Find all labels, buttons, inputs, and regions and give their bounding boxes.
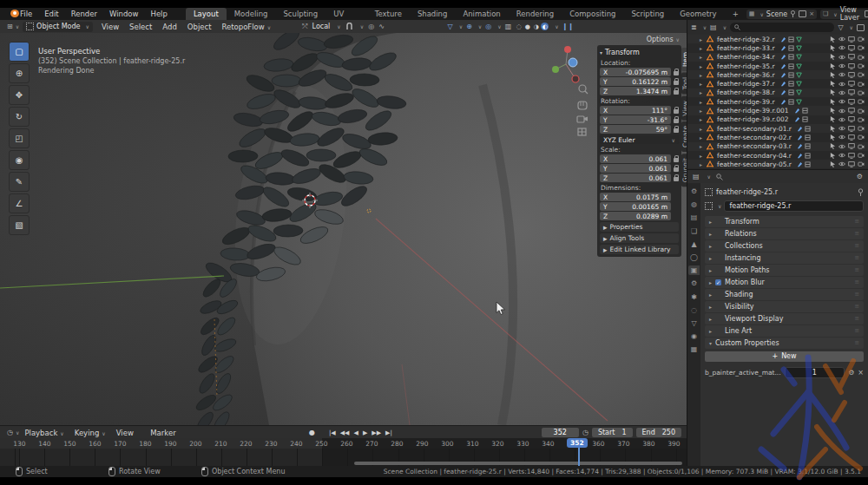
outliner-row[interactable]: ▸ feather-secondary-05.r <box>687 160 868 168</box>
toolbar-tool[interactable]: ⊕ <box>9 63 30 83</box>
end-frame-field[interactable]: End250 <box>636 428 681 437</box>
mode-selector[interactable]: Object Mode ∨ <box>23 22 93 32</box>
camera-icon[interactable] <box>858 117 865 122</box>
camera-icon[interactable] <box>858 126 865 131</box>
monitor-icon[interactable] <box>848 116 855 122</box>
properties-tab[interactable]: ❏ <box>688 226 700 236</box>
topbar-menu-item[interactable]: Render <box>65 10 103 18</box>
properties-search-icon[interactable] <box>716 174 723 180</box>
selectable-icon[interactable] <box>830 108 836 114</box>
timeline-menu-item[interactable]: Keying∨ <box>69 429 111 437</box>
outliner-row[interactable]: ▸ feather-ridge-39.r <box>687 97 868 106</box>
shading-mode-button[interactable]: ● <box>523 23 531 30</box>
value-field[interactable]: Y0.16122 m <box>600 77 671 86</box>
collapsed-panel[interactable]: ▸ Properties <box>600 222 679 232</box>
expand-icon[interactable]: ▸ <box>700 161 705 167</box>
expand-icon[interactable]: ▸ <box>700 54 705 60</box>
camera-icon[interactable] <box>858 153 865 158</box>
transport-button[interactable]: ▶ <box>363 429 367 436</box>
toolbar-tool[interactable]: ◉ <box>9 150 30 170</box>
property-panel-header[interactable]: ▸ ✓ Visibility ≡ <box>705 301 864 312</box>
properties-editor-icon[interactable]: ▤ <box>693 173 700 180</box>
lock-icon[interactable] <box>674 158 679 162</box>
outliner-row[interactable]: ▸ feather-ridge-38.r <box>687 88 868 97</box>
shading-mode-button[interactable]: ◌ <box>515 23 523 30</box>
object-name-field[interactable]: feather-ridge-25.r <box>724 200 864 212</box>
value-field[interactable]: X111° <box>600 106 671 115</box>
properties-tab[interactable]: ⚙ <box>688 187 700 196</box>
selectable-icon[interactable] <box>830 134 836 141</box>
shading-mode-button[interactable]: ◐ <box>541 23 549 30</box>
outliner-row[interactable]: ▸ feather-ridge-37.r <box>687 79 868 88</box>
monitor-icon[interactable] <box>848 108 855 114</box>
n-panel-tab[interactable]: Create <box>681 121 687 152</box>
timeline-menu-item[interactable]: Marker∨ <box>145 429 187 437</box>
monitor-icon[interactable] <box>848 153 855 159</box>
properties-tab[interactable]: ▦ <box>688 344 700 354</box>
expand-icon[interactable]: ▸ <box>700 126 705 132</box>
eye-icon[interactable] <box>838 45 845 50</box>
camera-icon[interactable] <box>858 144 865 149</box>
unlink-scene-icon[interactable]: × <box>809 10 814 17</box>
outliner-row[interactable]: ▸ feather-ridge-34.r <box>687 53 868 62</box>
properties-tab[interactable]: ▽ <box>688 318 700 328</box>
new-property-button[interactable]: + New <box>705 351 864 362</box>
object-visibility-icon[interactable]: ▽ <box>448 23 453 30</box>
transport-button[interactable]: ▶| <box>385 429 392 436</box>
viewport-menu-item[interactable]: Object <box>182 23 217 31</box>
scene-selector[interactable]: ▦∨ Scene × <box>746 10 817 19</box>
n-panel-tab[interactable]: Tool <box>681 73 687 95</box>
options-dropdown[interactable]: Options∨ <box>647 36 680 43</box>
orientation-label[interactable]: Local <box>312 23 331 30</box>
workspace-tab[interactable]: Animation <box>455 8 508 20</box>
outliner-row[interactable]: ▸ feather-ridge-39.r.001 <box>687 106 868 115</box>
selectable-icon[interactable] <box>830 153 836 159</box>
overlays-toggle-icon[interactable]: ◎ <box>485 23 491 30</box>
toolbar-tool[interactable]: ↻ <box>9 107 30 127</box>
outliner-row[interactable]: ▸ feather-ridge-33.r <box>687 43 868 52</box>
shading-mode-button[interactable]: ◑ <box>532 23 540 30</box>
gizmo-toggle-icon[interactable]: ⊕ <box>466 23 472 30</box>
camera-icon[interactable] <box>858 36 865 42</box>
eye-icon[interactable] <box>838 134 845 140</box>
workspace-tab[interactable]: Sculpting <box>275 8 326 20</box>
proportional-editing-icon[interactable]: ◎ <box>368 23 374 30</box>
value-field[interactable]: Z59° <box>600 125 671 134</box>
panel-checkbox[interactable]: ✓ <box>715 279 721 285</box>
value-field[interactable]: Y0.00165 m <box>600 202 671 211</box>
camera-icon[interactable] <box>858 82 865 87</box>
n-panel-tab[interactable]: Grungit <box>681 154 687 187</box>
lock-icon[interactable] <box>674 167 679 172</box>
properties-tab[interactable]: ⚙ <box>688 279 700 288</box>
retopoflow-menu[interactable]: RetopoFlow∨ <box>216 23 276 31</box>
eye-icon[interactable] <box>838 161 845 167</box>
topbar-menu-item[interactable]: Edit <box>38 10 64 18</box>
property-panel-header[interactable]: ▸ ✓ Transform ≡ <box>705 216 864 227</box>
monitor-icon[interactable] <box>848 54 855 60</box>
property-panel-header[interactable]: ▸ ✓ Shading ≡ <box>705 289 864 300</box>
lock-icon[interactable] <box>674 109 679 114</box>
eye-icon[interactable] <box>838 153 845 158</box>
transport-button[interactable]: ▶▶ <box>372 429 381 436</box>
viewport-menu-item[interactable]: View <box>96 23 124 31</box>
eye-icon[interactable] <box>838 108 845 114</box>
eye-icon[interactable] <box>838 82 845 87</box>
expand-icon[interactable]: ▸ <box>700 143 705 149</box>
value-field[interactable]: Z1.3474 m <box>600 87 671 95</box>
property-panel-header[interactable]: ▸ ✓ Motion Blur ≡ <box>705 277 864 288</box>
timeline-menu-item[interactable]: Playback∨ <box>19 429 69 437</box>
toolbar-tool[interactable]: ✎ <box>9 172 30 192</box>
snap-magnet-icon[interactable] <box>345 23 353 30</box>
outliner-row[interactable]: ▸ feather-secondary-02.r <box>687 133 868 141</box>
camera-icon[interactable] <box>858 99 865 104</box>
properties-tab[interactable]: ◯ <box>688 252 700 262</box>
add-workspace-button[interactable]: + <box>725 8 746 20</box>
monitor-icon[interactable] <box>848 36 855 43</box>
gear-icon[interactable]: ⚙ <box>848 369 854 377</box>
lock-icon[interactable] <box>674 128 679 133</box>
properties-tab[interactable]: ◌ <box>688 305 700 315</box>
selectable-icon[interactable] <box>830 99 836 105</box>
selectable-icon[interactable] <box>830 81 836 87</box>
outliner-search-input[interactable] <box>730 23 834 32</box>
transport-button[interactable]: ◀ <box>354 429 358 436</box>
